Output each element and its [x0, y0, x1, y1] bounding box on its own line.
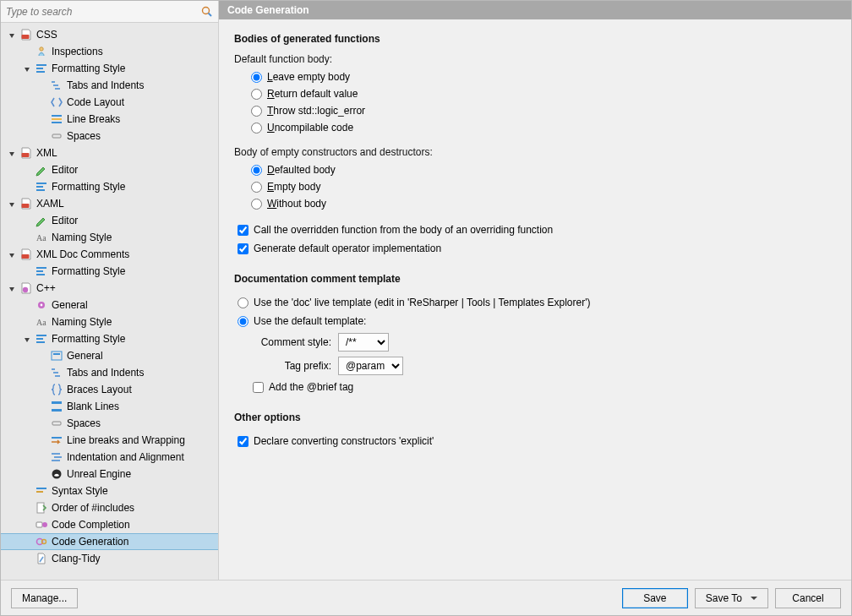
tree-expander-icon[interactable] — [6, 29, 18, 41]
comment-style-select[interactable]: /** — [338, 333, 389, 352]
svg-point-0 — [203, 7, 210, 14]
tree-item-icon — [50, 417, 63, 430]
radio-fnbody-0[interactable]: Leave empty body — [251, 68, 836, 85]
tree-item[interactable]: XAML — [1, 195, 218, 212]
tree-item-label: Indentation and Alignment — [67, 451, 184, 463]
tree-item[interactable]: Formatting Style — [1, 178, 218, 195]
tree-item[interactable]: Inspections — [1, 43, 218, 60]
tree-expander-icon[interactable] — [21, 333, 33, 345]
tree-item[interactable]: XML Doc Comments — [1, 246, 218, 263]
radio-ctorbody-1[interactable]: Empty body — [251, 178, 836, 195]
tree-item-icon — [50, 112, 63, 126]
radio-fnbody-2[interactable]: Throw std::logic_error — [251, 102, 836, 119]
tree-item[interactable]: Editor — [1, 161, 218, 178]
svg-rect-41 — [54, 456, 62, 458]
svg-rect-16 — [36, 186, 43, 188]
svg-rect-8 — [53, 84, 58, 86]
radio-fnbody-1-input[interactable] — [251, 89, 262, 100]
tree-item-label: General — [52, 299, 88, 311]
settings-content: Bodies of generated functions Default fu… — [219, 19, 851, 580]
radio-ctorbody-0-input[interactable] — [251, 165, 262, 176]
radio-fnbody-1[interactable]: Return default value — [251, 85, 836, 102]
options-tree[interactable]: CSSInspectionsFormatting StyleTabs and I… — [1, 23, 218, 580]
svg-rect-18 — [22, 204, 30, 208]
tree-item[interactable]: C++ — [1, 280, 218, 297]
tree-expander-icon[interactable] — [6, 282, 18, 294]
radio-ctorbody-1-input[interactable] — [251, 182, 262, 193]
tree-item[interactable]: Syntax Style — [1, 482, 218, 499]
svg-rect-11 — [52, 118, 62, 120]
tree-item-label: Code Layout — [67, 96, 124, 108]
tree-item[interactable]: Unreal Engine — [1, 466, 218, 482]
radio-fnbody-2-input[interactable] — [251, 106, 262, 117]
tree-item[interactable]: Code Completion — [1, 516, 218, 533]
tree-item[interactable]: Code Layout — [1, 94, 218, 111]
tree-item[interactable]: Spaces — [1, 415, 218, 432]
tree-item[interactable]: Braces Layout — [1, 381, 218, 398]
tree-item[interactable]: Line Breaks — [1, 111, 218, 128]
tree-item[interactable]: Code Generation — [1, 533, 218, 550]
tree-item-icon — [19, 248, 33, 261]
check-explicit-ctor[interactable]: Declare converting constructors 'explici… — [238, 432, 836, 450]
check-add-brief-input[interactable] — [253, 382, 264, 393]
tree-item[interactable]: Editor — [1, 212, 218, 229]
tree-item[interactable]: General — [1, 347, 218, 364]
tree-item[interactable]: Line breaks and Wrapping — [1, 432, 218, 449]
tree-item[interactable]: General — [1, 297, 218, 313]
radio-ctorbody-0[interactable]: Defaulted body — [251, 161, 836, 178]
check-call-overridden-input[interactable] — [238, 225, 248, 236]
tree-expander-icon[interactable] — [6, 147, 18, 159]
radio-fnbody-3-input[interactable] — [251, 123, 262, 134]
row-comment-style: Comment style: /** — [251, 330, 836, 354]
tree-item-label: Spaces — [67, 417, 101, 429]
tree-item[interactable]: AaNaming Style — [1, 313, 218, 330]
tree-item[interactable]: Formatting Style — [1, 330, 218, 347]
radio-fnbody-0-input[interactable] — [251, 72, 262, 83]
svg-point-48 — [42, 522, 47, 527]
default-fn-body-label: Default function body: — [234, 53, 836, 65]
tree-expander-icon[interactable] — [21, 63, 33, 74]
search-icon[interactable] — [198, 3, 216, 21]
radio-use-default-template-input[interactable] — [238, 316, 248, 327]
save-button[interactable]: Save — [622, 588, 688, 608]
svg-point-26 — [41, 304, 43, 307]
tree-item[interactable]: Order of #includes — [1, 499, 218, 516]
svg-rect-10 — [52, 115, 62, 117]
svg-rect-29 — [36, 338, 43, 340]
tree-item[interactable]: Tabs and Indents — [1, 364, 218, 381]
radio-label: Throw std::logic_error — [267, 105, 365, 117]
tree-item-label: Formatting Style — [52, 63, 125, 74]
tag-prefix-select[interactable]: @param — [338, 357, 403, 375]
svg-point-3 — [40, 47, 43, 51]
tree-item[interactable]: CSS — [1, 26, 218, 43]
check-call-overridden[interactable]: Call the overridden function from the bo… — [238, 221, 836, 239]
check-gen-operator-input[interactable] — [238, 243, 248, 254]
tree-item[interactable]: Blank Lines — [1, 398, 218, 415]
check-gen-operator[interactable]: Generate default operator implementation — [238, 239, 836, 258]
tree-item[interactable]: Indentation and Alignment — [1, 449, 218, 466]
manage-button[interactable]: Manage... — [11, 588, 78, 608]
tree-item[interactable]: Tabs and Indents — [1, 77, 218, 94]
check-explicit-ctor-input[interactable] — [238, 436, 248, 447]
save-to-button[interactable]: Save To — [695, 588, 768, 608]
tree-item[interactable]: Formatting Style — [1, 263, 218, 280]
svg-point-24 — [23, 287, 28, 292]
radio-use-live-template[interactable]: Use the 'doc' live template (edit in 'Re… — [238, 293, 836, 312]
radio-ctorbody-2-input[interactable] — [251, 199, 262, 210]
tree-item-label: Line Breaks — [67, 113, 120, 125]
tree-expander-icon[interactable] — [6, 198, 18, 210]
tree-item[interactable]: Formatting Style — [1, 60, 218, 77]
tree-item[interactable]: AaNaming Style — [1, 229, 218, 246]
tree-item[interactable]: Spaces — [1, 128, 218, 144]
tree-item[interactable]: Clang-Tidy — [1, 550, 218, 567]
search-input[interactable] — [1, 1, 198, 22]
tree-expander-icon[interactable] — [6, 248, 18, 260]
tree-item[interactable]: XML — [1, 144, 218, 161]
radio-ctorbody-2[interactable]: Without body — [251, 195, 836, 212]
radio-use-live-template-input[interactable] — [238, 297, 248, 308]
cancel-button[interactable]: Cancel — [775, 588, 841, 608]
svg-rect-46 — [37, 503, 44, 513]
check-add-brief[interactable]: Add the @brief tag — [253, 378, 836, 396]
radio-fnbody-3[interactable]: Uncompilable code — [251, 119, 836, 136]
radio-use-default-template[interactable]: Use the default template: — [238, 312, 836, 330]
